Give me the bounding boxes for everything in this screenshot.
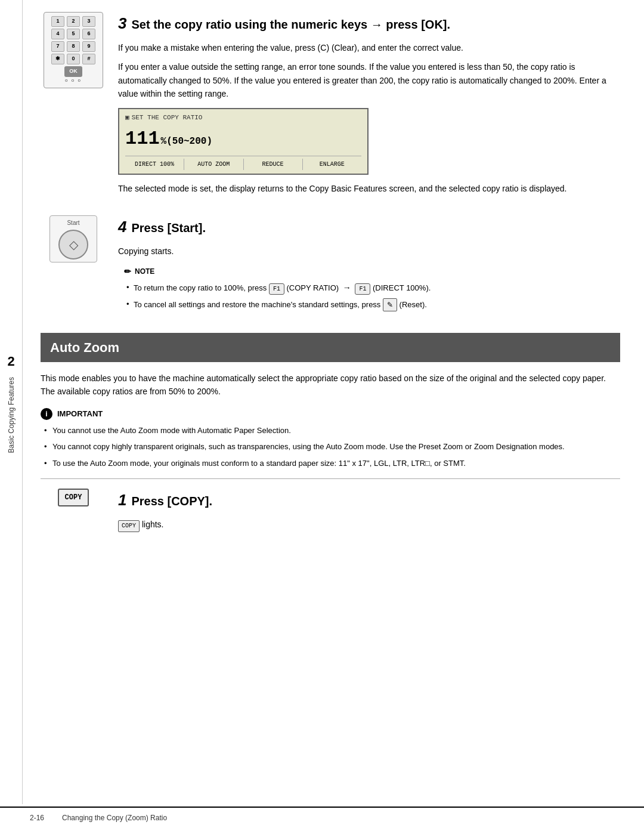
- lcd-number: 111: [125, 125, 160, 153]
- auto-zoom-body: This mode enables you to have the machin…: [41, 372, 620, 398]
- f1-btn-2: F1: [355, 283, 370, 295]
- lcd-buttons: DIRECT 100% AUTO ZOOM REDUCE ENLARGE: [125, 159, 361, 170]
- start-circle-icon: ◇: [58, 230, 88, 259]
- footer-page: 2-16: [30, 812, 44, 823]
- start-label: Start: [52, 218, 94, 227]
- step3-content: 3 Set the copy ratio using the numeric k…: [118, 12, 620, 201]
- reset-btn: ✎: [383, 298, 397, 311]
- lcd-title-icon: ▣: [125, 113, 129, 123]
- important-icon: i: [41, 408, 52, 420]
- important-item-3: To use the Auto Zoom mode, your original…: [52, 458, 620, 469]
- step1-number: 1: [118, 489, 126, 512]
- key-star: ✱: [51, 54, 64, 64]
- copy-small-button: COPY: [118, 520, 140, 532]
- important-item-2: You cannot copy highly transparent origi…: [52, 441, 620, 453]
- auto-zoom-title: Auto Zoom: [50, 340, 119, 355]
- note-icon: ✏: [124, 265, 131, 278]
- key-9: 9: [82, 41, 95, 52]
- lcd-btn-direct: DIRECT 100%: [125, 159, 184, 170]
- section-divider: [41, 478, 620, 479]
- sidebar-number: 2: [7, 351, 14, 371]
- page: 2 Basic Copying Features 1 2 3 4 5 6: [0, 0, 644, 828]
- step4-number: 4: [118, 215, 126, 239]
- key-0: 0: [67, 54, 80, 64]
- step1-content: 1 Press [COPY]. COPY lights.: [118, 489, 620, 538]
- note-header: ✏ NOTE: [124, 265, 620, 278]
- step3-heading-text: Set the copy ratio using the numeric key…: [131, 16, 450, 33]
- lcd-btn-enlarge: ENLARGE: [303, 159, 361, 170]
- step4-section: Start ◇ 4 Press [Start]. Copying starts.…: [41, 215, 620, 318]
- ok-key: OK: [64, 66, 82, 77]
- important-item-1: You cannot use the Auto Zoom mode with A…: [52, 425, 620, 437]
- auto-zoom-header: Auto Zoom: [41, 333, 620, 362]
- key-2: 2: [67, 16, 80, 27]
- step3-para2: If you enter a value outside the setting…: [118, 60, 620, 100]
- key-4: 4: [51, 29, 64, 39]
- lcd-title-text: SET THE COPY RATIO: [132, 113, 203, 123]
- step1-image: COPY: [41, 489, 106, 506]
- start-button-image: Start ◇: [49, 215, 97, 262]
- key-6: 6: [82, 29, 95, 39]
- lcd-btn-autozoom: AUTO ZOOM: [184, 159, 243, 170]
- lcd-value: 111 %(50~200): [125, 125, 361, 156]
- sidebar-label: Basic Copying Features: [6, 377, 17, 453]
- step4-content: 4 Press [Start]. Copying starts. ✏ NOTE …: [118, 215, 620, 318]
- footer: 2-16 Changing the Copy (Zoom) Ratio: [0, 807, 644, 828]
- key-1: 1: [51, 16, 64, 27]
- step3-image: 1 2 3 4 5 6 7 8 9 ✱: [41, 12, 106, 88]
- step4-heading-text: Press [Start].: [131, 219, 206, 237]
- main-content: 1 2 3 4 5 6 7 8 9 ✱: [23, 0, 644, 807]
- key-7: 7: [51, 41, 64, 52]
- step3-number: 3: [118, 12, 126, 35]
- footer-text: Changing the Copy (Zoom) Ratio: [62, 812, 167, 823]
- lcd-range: %(50~200): [161, 134, 212, 149]
- important-section: i IMPORTANT You cannot use the Auto Zoom…: [41, 408, 620, 469]
- step4-image: Start ◇: [41, 215, 106, 262]
- step3-para1: If you make a mistake when entering the …: [118, 41, 620, 54]
- important-label: IMPORTANT: [57, 408, 103, 420]
- step1-heading: 1 Press [COPY].: [118, 489, 620, 512]
- key-hash: #: [82, 54, 95, 64]
- important-header: i IMPORTANT: [41, 408, 620, 420]
- f1-btn-1: F1: [269, 283, 284, 295]
- key-3: 3: [82, 16, 95, 27]
- step4-heading: 4 Press [Start].: [118, 215, 620, 239]
- step1-heading-text: Press [COPY].: [131, 492, 212, 510]
- note-item-2: To cancel all settings and restore the m…: [134, 298, 620, 311]
- step3-section: 1 2 3 4 5 6 7 8 9 ✱: [41, 12, 620, 201]
- step4-text: Copying starts.: [118, 245, 620, 258]
- step1-section: COPY 1 Press [COPY]. COPY lights.: [41, 489, 620, 538]
- copy-btn-label: COPY: [65, 493, 82, 502]
- step3-result: The selected mode is set, the display re…: [118, 182, 620, 195]
- important-list: You cannot use the Auto Zoom mode with A…: [41, 425, 620, 469]
- key-5: 5: [67, 29, 80, 39]
- keypad-dots: o o o: [48, 77, 99, 84]
- note-section: ✏ NOTE To return the copy ratio to 100%,…: [118, 265, 620, 311]
- lcd-display: ▣ SET THE COPY RATIO 111 %(50~200) DIREC…: [118, 108, 369, 175]
- note-list: To return the copy ratio to 100%, press …: [124, 282, 620, 311]
- copy-button-image: COPY: [58, 489, 89, 506]
- step3-heading: 3 Set the copy ratio using the numeric k…: [118, 12, 620, 35]
- step1-lights-text: lights.: [142, 520, 164, 529]
- lcd-btn-reduce: REDUCE: [244, 159, 303, 170]
- keypad: 1 2 3 4 5 6 7 8 9 ✱: [44, 12, 103, 88]
- step1-text: COPY lights.: [118, 518, 620, 532]
- lcd-title: ▣ SET THE COPY RATIO: [125, 113, 361, 123]
- key-8: 8: [67, 41, 80, 52]
- note-label: NOTE: [135, 266, 154, 277]
- note-item-1: To return the copy ratio to 100%, press …: [134, 282, 620, 295]
- sidebar: 2 Basic Copying Features: [0, 0, 23, 804]
